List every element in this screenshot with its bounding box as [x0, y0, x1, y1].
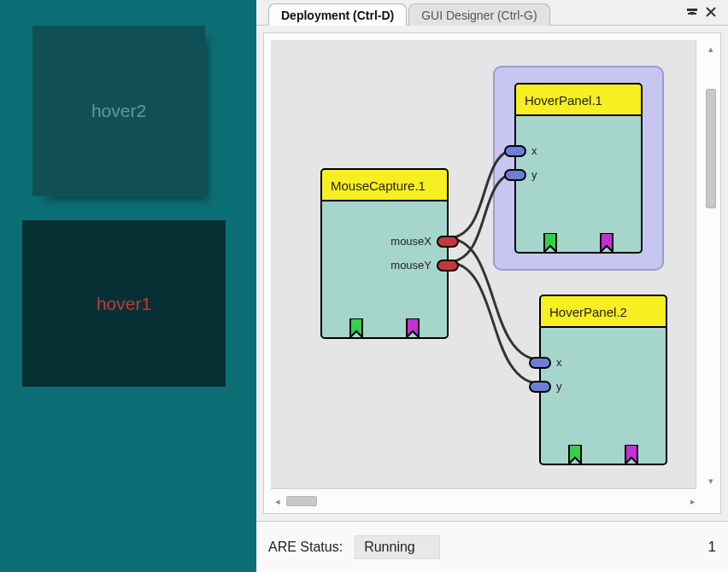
preview-pane: hover2 hover1	[0, 0, 256, 572]
block-mousecapture[interactable]: MouseCapture.1 mouseX mouseY	[320, 168, 449, 339]
status-bar: ARE Status: Running 1	[256, 521, 728, 572]
hover-panel-2-label: hover2	[91, 101, 146, 121]
block-hoverpanel-1-title: HoverPanel.1	[516, 85, 641, 116]
tab-strip: Deployment (Ctrl-D) GUI Designer (Ctrl-G…	[256, 0, 728, 26]
port-in-hp1-y[interactable]	[504, 169, 526, 181]
flag-green-icon	[567, 445, 583, 465]
port-label-hp2-x: x	[556, 356, 562, 369]
flag-green-icon	[543, 233, 558, 254]
close-icon[interactable]	[704, 5, 718, 19]
port-label-hp2-y: y	[556, 380, 562, 393]
vertical-scrollbar[interactable]: ▴ ▾	[705, 42, 717, 487]
flag-magenta-icon	[405, 318, 420, 339]
flag-magenta-icon	[599, 233, 614, 254]
port-label-hp1-y: y	[531, 168, 537, 181]
horizontal-scrollbar[interactable]: ◂ ▸	[271, 494, 700, 508]
block-hoverpanel-2[interactable]: HoverPanel.2 x y	[539, 295, 667, 465]
scroll-left-icon[interactable]: ◂	[271, 494, 285, 508]
port-out-mousey[interactable]	[437, 260, 459, 271]
hover-panel-2[interactable]: hover2	[32, 26, 205, 196]
block-hoverpanel-1[interactable]: HoverPanel.1 x y	[514, 83, 643, 254]
tab-gui-designer[interactable]: GUI Designer (Ctrl-G)	[408, 3, 549, 26]
canvas[interactable]: MouseCapture.1 mouseX mouseY	[271, 40, 696, 489]
status-value: Running	[355, 535, 440, 559]
block-hoverpanel-2-title: HoverPanel.2	[541, 296, 666, 328]
horizontal-scroll-thumb[interactable]	[286, 496, 317, 506]
flag-green-icon	[349, 318, 364, 339]
hover-panel-1-label: hover1	[97, 294, 151, 314]
port-out-mousex[interactable]	[437, 236, 459, 248]
port-in-hp1-x[interactable]	[504, 145, 526, 157]
port-label-mousex: mouseX	[390, 235, 432, 248]
status-trail: 1	[708, 539, 716, 556]
tab-deployment-label: Deployment (Ctrl-D)	[281, 9, 394, 22]
scroll-up-icon[interactable]: ▴	[705, 42, 717, 55]
port-in-hp2-y[interactable]	[529, 381, 551, 393]
tab-tools	[685, 5, 718, 19]
designer-pane: Deployment (Ctrl-D) GUI Designer (Ctrl-G…	[256, 0, 728, 572]
port-label-hp1-x: x	[531, 144, 537, 157]
block-hoverpanel-1-flags	[516, 233, 641, 254]
minimize-icon[interactable]	[685, 5, 699, 19]
canvas-frame: MouseCapture.1 mouseX mouseY	[263, 32, 721, 514]
svg-rect-0	[687, 9, 697, 11]
vertical-scroll-thumb[interactable]	[706, 89, 716, 208]
port-in-hp2-x[interactable]	[529, 357, 551, 369]
block-hoverpanel-2-flags	[541, 445, 666, 465]
status-label: ARE Status:	[268, 540, 343, 555]
block-mousecapture-title: MouseCapture.1	[322, 170, 447, 201]
hover-panel-1[interactable]: hover1	[22, 220, 226, 387]
port-label-mousey: mouseY	[390, 259, 432, 271]
tab-deployment[interactable]: Deployment (Ctrl-D)	[268, 3, 407, 26]
tab-gui-designer-label: GUI Designer (Ctrl-G)	[421, 9, 537, 22]
block-mousecapture-flags	[322, 318, 447, 339]
flag-magenta-icon	[624, 445, 639, 465]
scroll-right-icon[interactable]: ▸	[686, 494, 700, 508]
scroll-down-icon[interactable]: ▾	[705, 474, 717, 487]
